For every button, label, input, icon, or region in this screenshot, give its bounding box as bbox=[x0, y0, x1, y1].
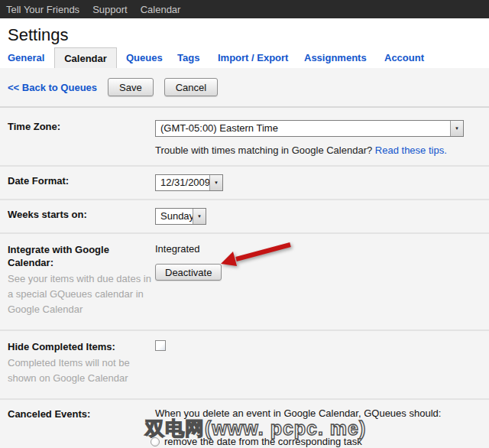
row-time-zone: Time Zone: (GMT-05:00) Eastern Time ▼ Tr… bbox=[0, 108, 489, 167]
tab-queues[interactable]: Queues bbox=[126, 52, 163, 63]
deactivate-button[interactable]: Deactivate bbox=[155, 264, 222, 281]
chevron-down-icon[interactable]: ▼ bbox=[450, 121, 463, 136]
time-zone-help-text: Trouble with times matching in Google Ca… bbox=[155, 144, 375, 156]
time-zone-help: Trouble with times matching in Google Ca… bbox=[155, 144, 489, 156]
cancel-button[interactable]: Cancel bbox=[164, 78, 218, 96]
tab-general[interactable]: General bbox=[8, 52, 44, 63]
tab-assignments[interactable]: Assignments bbox=[304, 52, 367, 63]
tab-calendar[interactable]: Calendar bbox=[54, 47, 117, 68]
time-zone-value: (GMT-05:00) Eastern Time bbox=[156, 121, 450, 136]
top-nav-tell-your-friends[interactable]: Tell Your Friends bbox=[6, 4, 79, 15]
radio-icon[interactable] bbox=[151, 437, 160, 446]
chevron-down-icon[interactable]: ▼ bbox=[193, 209, 206, 224]
hide-completed-description: Completed Items will not be shown on Goo… bbox=[8, 355, 153, 386]
hide-completed-label: Hide Completed Items: bbox=[8, 340, 155, 353]
row-canceled-events: Canceled Events: When you delete an even… bbox=[0, 400, 489, 448]
top-nav-bar: Tell Your Friends Support Calendar bbox=[0, 0, 489, 18]
time-zone-label: Time Zone: bbox=[8, 120, 155, 133]
settings-content: << Back to Queues Save Cancel Time Zone:… bbox=[0, 68, 489, 448]
row-integrate: Integrate with Google Calendar: See your… bbox=[0, 234, 489, 331]
week-start-select[interactable]: Sunday ▼ bbox=[155, 208, 206, 225]
canceled-option-remove-date[interactable]: remove the date from the corresponding t… bbox=[151, 436, 489, 447]
page-title: Settings bbox=[8, 25, 481, 45]
read-these-tips-link[interactable]: Read these tips. bbox=[375, 144, 447, 156]
top-nav-support[interactable]: Support bbox=[92, 4, 128, 15]
week-start-value: Sunday bbox=[156, 209, 193, 224]
integrate-description: See your items with due dates in a speci… bbox=[8, 271, 153, 317]
back-to-queues-link[interactable]: << Back to Queues bbox=[8, 82, 97, 93]
hide-completed-checkbox[interactable] bbox=[155, 340, 166, 351]
date-format-select[interactable]: 12/31/2009 ▼ bbox=[155, 174, 223, 191]
save-button[interactable]: Save bbox=[108, 78, 154, 96]
row-date-format: Date Format: 12/31/2009 ▼ bbox=[0, 167, 489, 200]
canceled-option-remove-date-label: remove the date from the corresponding t… bbox=[164, 436, 362, 447]
row-hide-completed: Hide Completed Items: Completed Items wi… bbox=[0, 331, 489, 400]
tab-tags[interactable]: Tags bbox=[177, 52, 199, 63]
date-format-value: 12/31/2009 bbox=[156, 175, 209, 190]
top-nav-calendar[interactable]: Calendar bbox=[141, 4, 181, 15]
canceled-events-label: Canceled Events: bbox=[8, 407, 155, 420]
tab-import-export[interactable]: Import / Export bbox=[218, 52, 288, 63]
tab-bar: General Calendar Queues Tags Import / Ex… bbox=[0, 47, 489, 68]
date-format-label: Date Format: bbox=[8, 174, 155, 187]
time-zone-select[interactable]: (GMT-05:00) Eastern Time ▼ bbox=[155, 120, 464, 137]
settings-toolbar: << Back to Queues Save Cancel bbox=[0, 68, 489, 108]
integrate-label: Integrate with Google Calendar: bbox=[8, 243, 155, 269]
integration-status: Integrated bbox=[155, 243, 489, 255]
tab-account[interactable]: Account bbox=[384, 52, 424, 63]
canceled-events-prompt: When you delete an event in Google Calen… bbox=[155, 407, 489, 419]
header: Settings bbox=[0, 18, 489, 47]
row-week-start: Weeks starts on: Sunday ▼ bbox=[0, 200, 489, 234]
week-start-label: Weeks starts on: bbox=[8, 208, 155, 221]
chevron-down-icon[interactable]: ▼ bbox=[209, 175, 222, 190]
